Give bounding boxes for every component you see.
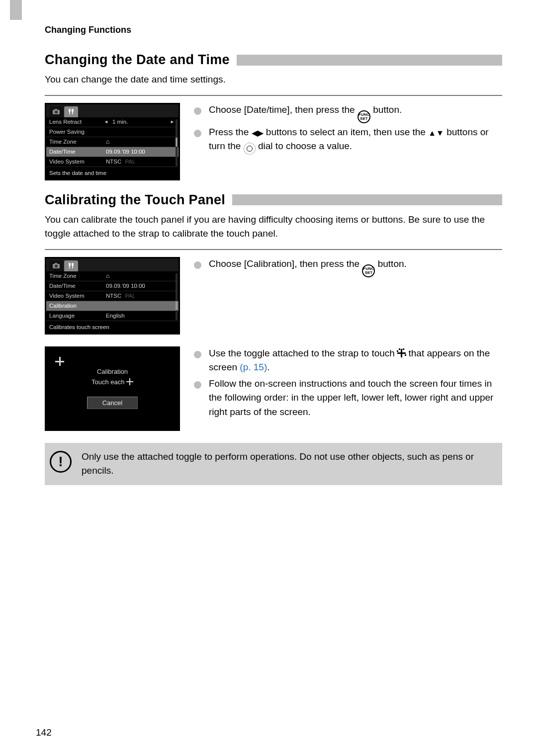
row-label: Video System	[49, 159, 103, 165]
bullet-item: Choose [Calibration], then press the FUN…	[194, 257, 502, 277]
shot-tabs	[46, 258, 179, 271]
scrollbar-thumb	[176, 301, 178, 310]
bullet-dot-icon	[194, 346, 203, 375]
svg-rect-4	[55, 263, 57, 264]
bullet-text: Choose [Calibration], then press the FUN…	[209, 257, 502, 277]
shot-footer: Sets the date and time	[46, 167, 179, 179]
row-value: 09.09.'09 10:00	[103, 283, 176, 289]
target-cross-icon	[126, 378, 133, 385]
bullet-dot-icon	[194, 103, 203, 123]
calibration-center-text: Calibration Touch each Cancel	[46, 368, 179, 409]
pal-label: PAL	[123, 293, 136, 299]
list-item: Time Zone ⌂	[46, 271, 179, 281]
shot-list: Time Zone ⌂ Date/Time 09.09.'09 10:00 Vi…	[46, 271, 179, 321]
row-label: Date/Time	[49, 149, 103, 155]
target-cross-icon	[397, 349, 406, 357]
left-caret-icon: ◄	[103, 119, 109, 124]
cal-instruction: Touch each	[46, 378, 179, 386]
running-header: Changing Functions	[45, 25, 502, 35]
section-1-intro: You can change the date and time setting…	[45, 73, 502, 87]
list-item: Language English	[46, 311, 179, 321]
text: Use the toggle attached to the strap to …	[209, 348, 395, 358]
list-item: Power Saving	[46, 127, 179, 137]
home-icon: ⌂	[103, 272, 176, 279]
pal-label: PAL	[123, 159, 136, 165]
scrollbar	[176, 119, 178, 166]
section-2-row-2: Calibration Touch each Cancel Use the to…	[45, 346, 502, 431]
section-2-title-row: Calibrating the Touch Panel	[45, 192, 502, 208]
section-2-intro: You can calibrate the touch panel if you…	[45, 213, 502, 241]
text: Choose [Date/time], then press the	[209, 104, 355, 115]
warning-icon: !	[50, 451, 72, 473]
divider	[45, 95, 502, 96]
divider	[45, 249, 502, 250]
row-label: Calibration	[49, 303, 103, 309]
bullet-dot-icon	[194, 125, 203, 155]
bullet-item: Follow the on-screen instructions and to…	[194, 377, 502, 420]
row-label: Video System	[49, 293, 103, 299]
section-1-row: Lens Retract ◄ 1 min. ► Power Saving Tim…	[45, 103, 502, 180]
row-value: English	[103, 313, 176, 319]
ntsc-label: NTSC	[106, 159, 121, 165]
func-set-icon: FUNC SET	[358, 110, 370, 123]
section-1-bullets: Choose [Date/time], then press the FUNC …	[194, 103, 502, 180]
screenshot-calibration-menu: Time Zone ⌂ Date/Time 09.09.'09 10:00 Vi…	[45, 257, 180, 335]
bullet-item: Choose [Date/time], then press the FUNC …	[194, 103, 502, 123]
dial-icon	[244, 143, 256, 155]
bullet-item: Use the toggle attached to the strap to …	[194, 346, 502, 375]
text: button.	[373, 104, 402, 115]
list-item-selected: Calibration	[46, 301, 179, 311]
bullet-dot-icon	[194, 257, 203, 277]
bullet-text: Use the toggle attached to the strap to …	[209, 346, 502, 375]
bullet-text: Choose [Date/time], then press the FUNC …	[209, 103, 502, 123]
page-content: Changing Functions Changing the Date and…	[0, 0, 537, 505]
row-value: NTSC PAL	[103, 159, 176, 165]
list-item-selected: Date/Time 09.09.'09 10:00	[46, 147, 179, 157]
tab-tools-icon	[64, 260, 78, 271]
section-2-title: Calibrating the Touch Panel	[45, 192, 225, 208]
home-icon: ⌂	[103, 138, 176, 145]
text: Choose [Calibration], then press the	[209, 258, 359, 269]
text: Touch each	[91, 378, 125, 386]
list-item: Time Zone ⌂	[46, 137, 179, 147]
tab-tools-icon	[64, 106, 78, 117]
bullet-dot-icon	[194, 377, 203, 420]
func-bot: SET	[365, 271, 373, 275]
list-item: Video System NTSC PAL	[46, 291, 179, 301]
bullet-text: Press the ◀▶ buttons to select an item, …	[209, 125, 502, 155]
cancel-button[interactable]: Cancel	[87, 397, 138, 409]
text: dial to choose a value.	[258, 141, 352, 151]
scrollbar	[176, 273, 178, 320]
section-2-bullets-1: Choose [Calibration], then press the FUN…	[194, 257, 502, 335]
shot-tabs	[46, 104, 179, 117]
section-1-title-bar	[237, 55, 502, 66]
shot-footer: Calibrates touch screen	[46, 321, 179, 333]
svg-rect-1	[55, 109, 57, 110]
up-down-arrow-icon: ▲▼	[428, 127, 444, 139]
row-label: Time Zone	[49, 139, 103, 145]
cal-title: Calibration	[46, 368, 179, 375]
func-bot: SET	[360, 117, 368, 121]
scrollbar-thumb	[176, 138, 178, 147]
tab-camera-icon	[49, 260, 63, 271]
text: button.	[378, 258, 407, 269]
svg-point-2	[55, 111, 58, 114]
section-2-bullets-2: Use the toggle attached to the strap to …	[194, 346, 502, 431]
page-link[interactable]: (p. 15)	[240, 362, 267, 372]
row-label: Language	[49, 313, 103, 319]
screenshot-calibration-touch: Calibration Touch each Cancel	[45, 346, 180, 431]
bullet-text: Follow the on-screen instructions and to…	[209, 377, 502, 420]
row-value: 09.09.'09 10:00	[103, 149, 176, 155]
left-right-arrow-icon: ◀▶	[252, 127, 264, 139]
row-value: 1 min.	[109, 119, 169, 125]
ntsc-label: NTSC	[106, 293, 121, 299]
section-1-title: Changing the Date and Time	[45, 52, 230, 68]
shot-list: Lens Retract ◄ 1 min. ► Power Saving Tim…	[46, 117, 179, 167]
section-2-row-1: Time Zone ⌂ Date/Time 09.09.'09 10:00 Vi…	[45, 257, 502, 335]
bullet-item: Press the ◀▶ buttons to select an item, …	[194, 125, 502, 155]
tab-camera-icon	[49, 106, 63, 117]
func-set-icon: FUNC SET	[362, 264, 375, 277]
list-item: Lens Retract ◄ 1 min. ►	[46, 117, 179, 127]
warning-text: Only use the attached toggle to perform …	[82, 450, 493, 478]
row-label: Lens Retract	[49, 119, 103, 125]
